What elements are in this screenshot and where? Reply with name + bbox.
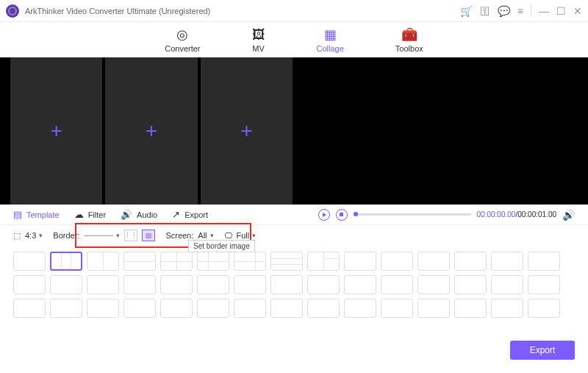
template-item[interactable] <box>491 275 523 294</box>
template-item[interactable] <box>234 252 266 271</box>
template-item[interactable] <box>50 299 82 318</box>
template-item[interactable] <box>491 252 523 271</box>
add-icon: + <box>240 119 252 143</box>
feedback-icon[interactable]: 💬 <box>498 5 510 17</box>
template-item[interactable] <box>307 275 340 294</box>
template-item[interactable] <box>381 275 413 294</box>
close-button[interactable]: ✕ <box>573 5 582 17</box>
ratio-selector[interactable]: ⬚ 4:3 <box>13 231 43 241</box>
sound-icon[interactable]: 🔊 <box>562 209 575 221</box>
border-style-button[interactable]: ⋮⋮ <box>124 230 137 241</box>
time-display: 00:00:00.00/00:00:01.00 <box>477 210 556 219</box>
template-item[interactable] <box>160 252 193 271</box>
tab-toolbox[interactable]: 🧰 Toolbox <box>395 26 423 53</box>
template-item[interactable] <box>160 299 193 318</box>
canvas-slot-1[interactable]: + <box>10 57 102 205</box>
border-group: Border: ⋮⋮ ▨ <box>53 230 155 241</box>
tab-export[interactable]: ↗Export <box>172 209 208 220</box>
play-button[interactable] <box>318 209 330 221</box>
template-item[interactable] <box>197 299 229 318</box>
monitor-icon: 🖵 <box>224 231 232 240</box>
tab-audio[interactable]: 🔊Audio <box>121 209 157 220</box>
template-item[interactable] <box>417 299 450 318</box>
canvas-slot-2[interactable]: + <box>105 57 197 205</box>
template-item[interactable] <box>344 252 376 271</box>
canvas-slot-3[interactable]: + <box>201 57 293 205</box>
template-item[interactable] <box>13 252 46 271</box>
tab-label: Toolbox <box>395 44 423 53</box>
tab-label: MV <box>252 44 265 53</box>
tab-converter[interactable]: ◎ Converter <box>165 26 200 53</box>
template-item[interactable] <box>87 275 119 294</box>
minimize-button[interactable]: — <box>539 5 549 17</box>
tab-mv[interactable]: 🖼 MV <box>252 27 265 53</box>
template-item[interactable] <box>123 252 156 271</box>
canvas-slot-6[interactable] <box>486 57 578 205</box>
template-item[interactable] <box>123 275 156 294</box>
label: Filter <box>88 210 106 219</box>
template-item[interactable] <box>344 299 376 318</box>
template-item[interactable] <box>50 252 82 271</box>
template-item[interactable] <box>87 252 119 271</box>
template-item[interactable] <box>13 299 46 318</box>
template-item[interactable] <box>270 275 303 294</box>
canvas-slot-5[interactable] <box>390 57 482 205</box>
tab-template[interactable]: ▤Template <box>13 209 60 220</box>
template-item[interactable] <box>381 299 413 318</box>
border-image-button[interactable]: ▨ <box>142 230 155 241</box>
label: Audio <box>137 210 157 219</box>
screen-label: Screen: <box>165 231 193 240</box>
menu-icon[interactable]: ≡ <box>517 5 523 17</box>
template-item[interactable] <box>528 275 560 294</box>
template-icon: ▤ <box>13 209 22 220</box>
template-item[interactable] <box>454 252 487 271</box>
template-item[interactable] <box>197 275 229 294</box>
template-item[interactable] <box>234 299 266 318</box>
ratio-value[interactable]: 4:3 <box>25 231 43 240</box>
screen-dropdown[interactable]: All <box>198 231 213 240</box>
collage-toolbar: ▤Template ☁Filter 🔊Audio ↗Export 00:00:0… <box>0 205 588 225</box>
template-item[interactable] <box>160 275 193 294</box>
timeline-slider[interactable] <box>354 213 471 216</box>
template-item[interactable] <box>454 299 487 318</box>
stop-button[interactable] <box>336 209 348 221</box>
template-item[interactable] <box>234 275 266 294</box>
app-title: ArkThinker Video Converter Ultimate (Unr… <box>25 7 460 15</box>
export-button[interactable]: Export <box>510 341 575 360</box>
full-group: 🖵 Full <box>224 231 257 240</box>
border-style-dropdown[interactable] <box>84 232 120 239</box>
key-icon[interactable]: ⚿ <box>480 5 490 17</box>
separator <box>531 5 531 17</box>
toolbox-icon: 🧰 <box>401 26 417 43</box>
canvas-slot-4[interactable] <box>295 57 387 205</box>
cart-icon[interactable]: 🛒 <box>460 5 473 17</box>
template-item[interactable] <box>344 275 376 294</box>
app-logo-icon <box>6 4 19 18</box>
template-item[interactable] <box>528 252 560 271</box>
template-item[interactable] <box>270 252 303 271</box>
border-label: Border: <box>53 231 79 240</box>
template-item[interactable] <box>197 252 229 271</box>
template-item[interactable] <box>270 299 303 318</box>
template-item[interactable] <box>528 299 560 318</box>
total-time: 00:00:01.00 <box>517 210 556 219</box>
collage-icon: ▦ <box>324 26 337 43</box>
template-item[interactable] <box>454 275 487 294</box>
template-item[interactable] <box>307 299 340 318</box>
tab-collage[interactable]: ▦ Collage <box>317 26 344 53</box>
template-item[interactable] <box>50 275 82 294</box>
add-icon: + <box>50 119 62 143</box>
full-dropdown[interactable]: Full <box>237 231 257 240</box>
template-item[interactable] <box>87 299 119 318</box>
template-item[interactable] <box>491 299 523 318</box>
tab-filter[interactable]: ☁Filter <box>74 209 106 220</box>
template-item[interactable] <box>307 252 340 271</box>
template-item[interactable] <box>417 275 450 294</box>
template-item[interactable] <box>13 275 46 294</box>
maximize-button[interactable]: ☐ <box>556 5 566 17</box>
template-item[interactable] <box>417 252 450 271</box>
tab-label: Converter <box>165 44 200 53</box>
current-time: 00:00:00.00 <box>477 210 516 219</box>
template-item[interactable] <box>123 299 156 318</box>
template-item[interactable] <box>381 252 413 271</box>
